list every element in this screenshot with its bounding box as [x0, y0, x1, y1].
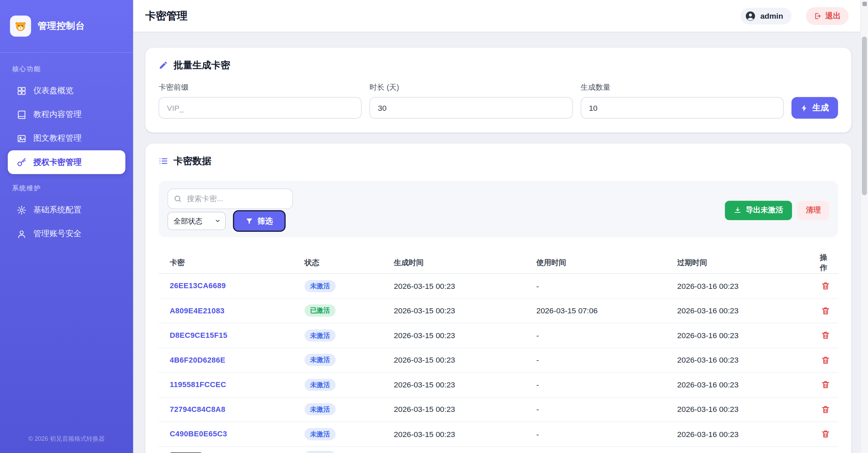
- delete-button[interactable]: [820, 428, 831, 440]
- status-badge: 未激活: [305, 354, 336, 366]
- sidebar-item-system-config[interactable]: 基础系统配置: [8, 198, 125, 222]
- logout-icon: [814, 12, 821, 20]
- quantity-label: 生成数量: [580, 83, 784, 92]
- key-icon: [17, 157, 27, 167]
- bolt-icon: [801, 104, 809, 112]
- table-row: 72794C84C8A8未激活2026-03-15 00:23-2026-03-…: [159, 397, 838, 422]
- delete-button[interactable]: [820, 354, 831, 366]
- created-time: 2026-03-15 00:23: [394, 430, 536, 438]
- prefix-field: 卡密前缀: [159, 83, 362, 119]
- status-filter-value: 全部状态: [174, 216, 203, 226]
- sidebar-item-tutorial-content[interactable]: 教程内容管理: [8, 103, 125, 126]
- prefix-label: 卡密前缀: [159, 83, 362, 92]
- pencil-icon: [159, 60, 168, 70]
- generator-card-title: 批量生成卡密: [174, 59, 230, 72]
- used-time: 2026-03-15 07:06: [536, 306, 677, 315]
- sidebar-item-account-security[interactable]: 管理账号安全: [8, 222, 125, 246]
- license-key[interactable]: D8EC9CE15F15: [170, 331, 304, 339]
- license-key[interactable]: 4B6F20D6286E: [170, 356, 304, 364]
- trash-icon: [821, 306, 830, 315]
- used-time: -: [536, 355, 677, 364]
- column-header: 操作: [820, 252, 828, 273]
- generate-label: 生成: [812, 103, 829, 113]
- sidebar-item-label: 教程内容管理: [33, 109, 82, 120]
- filter-row: 全部状态 筛选: [168, 210, 293, 232]
- used-time: -: [536, 281, 677, 290]
- generator-card: 批量生成卡密 卡密前缀 时长 (天) 生成数量: [145, 48, 851, 133]
- toolbar-right: 导出未激活 清理: [725, 201, 829, 220]
- sidebar-item-label: 仪表盘概览: [33, 85, 73, 96]
- table-row: 未激活: [159, 447, 838, 453]
- user-menu[interactable]: admin: [740, 7, 791, 24]
- app-window: 管理控制台 核心功能仪表盘概览教程内容管理图文教程管理授权卡密管理系统维护基础系…: [0, 0, 868, 453]
- created-time: 2026-03-15 00:23: [394, 281, 536, 290]
- sidebar-item-dashboard[interactable]: 仪表盘概览: [8, 79, 125, 103]
- sidebar-item-label: 管理账号安全: [33, 228, 82, 239]
- expire-time: 2026-03-16 00:23: [677, 380, 820, 389]
- search-input[interactable]: [168, 189, 293, 209]
- user-avatar-icon: [745, 10, 756, 21]
- trash-icon: [821, 380, 830, 389]
- used-time: -: [536, 430, 677, 438]
- dashboard-icon: [17, 86, 27, 95]
- export-label: 导出未激活: [746, 205, 783, 215]
- delete-button[interactable]: [820, 403, 831, 415]
- book-icon: [17, 109, 27, 119]
- user-icon: [17, 229, 27, 239]
- logout-label: 退出: [825, 11, 841, 21]
- prefix-input[interactable]: [159, 97, 362, 119]
- generator-form: 卡密前缀 时长 (天) 生成数量 生成: [159, 83, 838, 119]
- license-key[interactable]: 1195581FCCEC: [170, 381, 304, 389]
- license-key[interactable]: 72794C84C8A8: [170, 405, 304, 413]
- duration-input[interactable]: [370, 97, 573, 119]
- delete-button[interactable]: [820, 330, 831, 341]
- search-box: [168, 189, 293, 209]
- delete-button[interactable]: [820, 305, 831, 316]
- status-badge: 未激活: [305, 329, 336, 342]
- expire-time: 2026-03-16 00:23: [677, 281, 820, 290]
- column-header: 状态: [305, 258, 394, 267]
- funnel-icon: [246, 217, 253, 225]
- trash-icon: [821, 355, 830, 365]
- status-filter-select[interactable]: 全部状态: [168, 212, 226, 230]
- scrollbar-top-button[interactable]: [862, 2, 867, 6]
- export-unactivated-button[interactable]: 导出未激活: [725, 201, 792, 220]
- duration-field: 时长 (天): [370, 83, 573, 119]
- created-time: 2026-03-15 00:23: [394, 306, 536, 315]
- expire-time: 2026-03-16 00:23: [677, 306, 820, 315]
- status-badge: 已激活: [305, 304, 336, 317]
- page-title: 卡密管理: [145, 8, 187, 23]
- table-row: D8EC9CE15F15未激活2026-03-15 00:23-2026-03-…: [159, 323, 838, 348]
- sidebar-item-label: 图文教程管理: [33, 133, 82, 144]
- license-key[interactable]: 26EE13CA6689: [170, 282, 304, 290]
- table-row: C490BE0E65C3未激活2026-03-15 00:23-2026-03-…: [159, 422, 838, 447]
- sidebar-item-article-tutorial[interactable]: 图文教程管理: [8, 126, 125, 150]
- table-row: A809E4E21083已激活2026-03-15 00:232026-03-1…: [159, 299, 838, 324]
- duration-label: 时长 (天): [370, 83, 573, 92]
- license-key[interactable]: A809E4E21083: [170, 307, 304, 315]
- delete-button[interactable]: [820, 379, 831, 390]
- sidebar-item-license-keys[interactable]: 授权卡密管理: [8, 150, 125, 174]
- vertical-scrollbar[interactable]: [860, 0, 868, 453]
- logout-button[interactable]: 退出: [806, 7, 849, 24]
- image-icon: [17, 133, 27, 143]
- expire-time: 2026-03-16 00:23: [677, 331, 820, 340]
- created-time: 2026-03-15 00:23: [394, 405, 536, 414]
- delete-button[interactable]: [820, 280, 831, 292]
- created-time: 2026-03-15 00:23: [394, 355, 536, 364]
- tiger-logo-icon: [10, 16, 31, 37]
- used-time: -: [536, 380, 677, 389]
- trash-icon: [821, 281, 830, 291]
- clean-button[interactable]: 清理: [798, 201, 829, 220]
- username: admin: [760, 11, 783, 20]
- quantity-field: 生成数量: [580, 83, 784, 119]
- quantity-input[interactable]: [580, 97, 784, 119]
- table-header-row: 卡密状态生成时间使用时间过期时间操作: [159, 252, 838, 274]
- license-table-body: 26EE13CA6689未激活2026-03-15 00:23-2026-03-…: [159, 274, 838, 453]
- generate-button[interactable]: 生成: [792, 97, 838, 119]
- trash-icon: [821, 429, 830, 439]
- filter-button[interactable]: 筛选: [233, 210, 286, 232]
- license-key[interactable]: [170, 451, 304, 453]
- scrollbar-thumb[interactable]: [862, 37, 867, 195]
- license-key[interactable]: C490BE0E65C3: [170, 430, 304, 438]
